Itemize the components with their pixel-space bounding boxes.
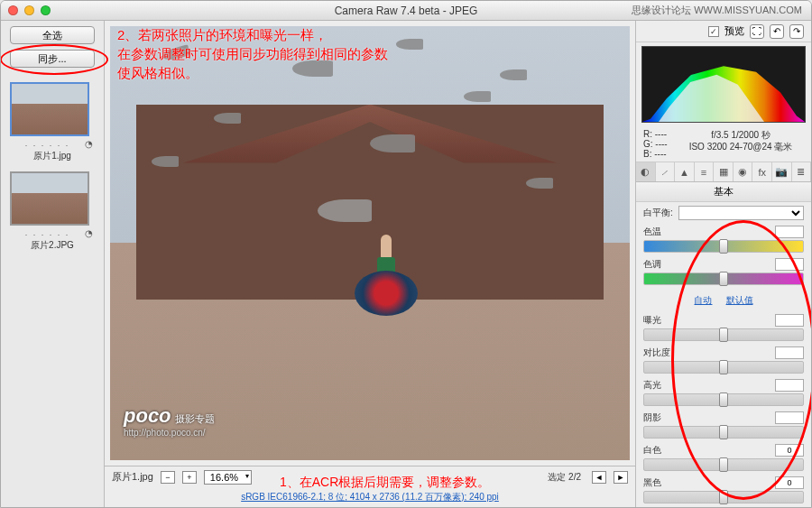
- fullscreen-button[interactable]: ⛶: [750, 24, 764, 39]
- shadows-label: 阴影: [643, 411, 661, 424]
- contrast-input[interactable]: [775, 346, 804, 359]
- highlights-input[interactable]: [775, 379, 804, 392]
- thumbnail-image: [10, 171, 89, 226]
- whites-input[interactable]: [775, 444, 804, 457]
- temp-label: 色温: [643, 226, 661, 238]
- workflow-options-link[interactable]: sRGB IEC61966-2.1; 8 位; 4104 x 2736 (11.…: [241, 491, 499, 503]
- blacks-input[interactable]: [775, 476, 804, 489]
- watermark-site: 思缘设计论坛 WWW.MISSYUAN.COM: [632, 4, 802, 17]
- thumbnail-item[interactable]: . . . . . .◔ 原片2.JPG: [10, 171, 95, 252]
- synchronize-button[interactable]: 同步...: [10, 50, 95, 68]
- close-window[interactable]: [8, 5, 18, 15]
- tab-camera-icon[interactable]: 📷: [772, 162, 792, 181]
- zoom-window[interactable]: [41, 5, 51, 15]
- blacks-slider[interactable]: [643, 491, 804, 503]
- adjustments-panel: ✓ 预览 ⛶ ↶ ↷ R: ---- G: ---- B: ---- f/3.5…: [635, 21, 811, 507]
- exposure-input[interactable]: [775, 314, 804, 327]
- shadows-input[interactable]: [775, 411, 804, 424]
- temp-slider[interactable]: [643, 240, 804, 253]
- camera-metadata: R: ---- G: ---- B: ---- f/3.5 1/2000 秒 I…: [636, 126, 811, 162]
- minimize-window[interactable]: [24, 5, 34, 15]
- shadows-slider[interactable]: [643, 426, 804, 439]
- zoom-select[interactable]: 16.6%: [204, 470, 252, 485]
- tab-lens-icon[interactable]: ◉: [734, 162, 753, 181]
- wb-label: 白平衡:: [643, 207, 673, 219]
- tab-basic-icon[interactable]: ◐: [636, 162, 656, 181]
- zoom-out-button[interactable]: −: [161, 471, 175, 484]
- tint-label: 色调: [643, 258, 661, 271]
- tab-curve-icon[interactable]: ⟋: [656, 162, 676, 181]
- exposure-label: 曝光: [643, 314, 661, 327]
- contrast-slider[interactable]: [643, 361, 804, 374]
- tint-slider[interactable]: [643, 272, 804, 285]
- selection-count: 选定 2/2: [548, 471, 581, 484]
- preview-checkbox[interactable]: ✓: [708, 26, 719, 37]
- window-title: Camera Raw 7.4 beta - JPEG: [335, 5, 478, 17]
- wb-select[interactable]: [678, 206, 804, 220]
- default-link[interactable]: 默认值: [726, 295, 753, 305]
- rotate-cw-button[interactable]: ↷: [789, 24, 804, 39]
- tab-presets-icon[interactable]: ≣: [792, 162, 812, 181]
- preview-toolbar: 原片1.jpg − + 16.6% 选定 2/2 ◄ ►: [105, 466, 635, 487]
- titlebar: Camera Raw 7.4 beta - JPEG 思缘设计论坛 WWW.MI…: [1, 1, 811, 21]
- thumbnail-item[interactable]: . . . . . .◔ 原片1.jpg: [10, 82, 95, 162]
- adjusted-icon: ◔: [85, 139, 95, 149]
- next-image-button[interactable]: ►: [614, 471, 628, 484]
- contrast-label: 对比度: [643, 346, 670, 359]
- tab-hsl-icon[interactable]: ≡: [695, 162, 715, 181]
- tint-input[interactable]: [775, 258, 804, 271]
- thumbnail-image: [10, 82, 89, 136]
- whites-slider[interactable]: [643, 458, 804, 471]
- blacks-label: 黑色: [643, 476, 661, 489]
- rotate-ccw-button[interactable]: ↶: [770, 24, 784, 39]
- image-preview[interactable]: poco 摄影专题 http://photo.poco.cn/: [110, 26, 630, 460]
- filename-label: 原片1.jpg: [112, 470, 153, 484]
- temp-input[interactable]: [775, 226, 804, 238]
- thumbnail-label: 原片2.JPG: [10, 239, 95, 252]
- watermark-poco: poco 摄影专题 http://photo.poco.cn/: [124, 404, 215, 438]
- filmstrip-panel: 全选 同步... . . . . . .◔ 原片1.jpg . . . . . …: [1, 21, 105, 507]
- exposure-slider[interactable]: [643, 328, 804, 341]
- histogram[interactable]: [641, 46, 806, 123]
- panel-title: 基本: [636, 182, 811, 202]
- tab-detail-icon[interactable]: ▲: [675, 162, 695, 181]
- panel-tabs: ◐ ⟋ ▲ ≡ ▦ ◉ fx 📷 ≣: [636, 162, 811, 182]
- adjusted-icon: ◔: [85, 228, 95, 238]
- tab-fx-icon[interactable]: fx: [752, 162, 772, 181]
- prev-image-button[interactable]: ◄: [592, 471, 606, 484]
- zoom-in-button[interactable]: +: [182, 471, 197, 484]
- select-all-button[interactable]: 全选: [10, 26, 95, 44]
- whites-label: 白色: [643, 444, 661, 457]
- auto-link[interactable]: 自动: [694, 295, 712, 305]
- highlights-slider[interactable]: [643, 393, 804, 406]
- highlights-label: 高光: [643, 379, 661, 392]
- thumbnail-label: 原片1.jpg: [10, 150, 95, 162]
- tab-split-icon[interactable]: ▦: [714, 162, 734, 181]
